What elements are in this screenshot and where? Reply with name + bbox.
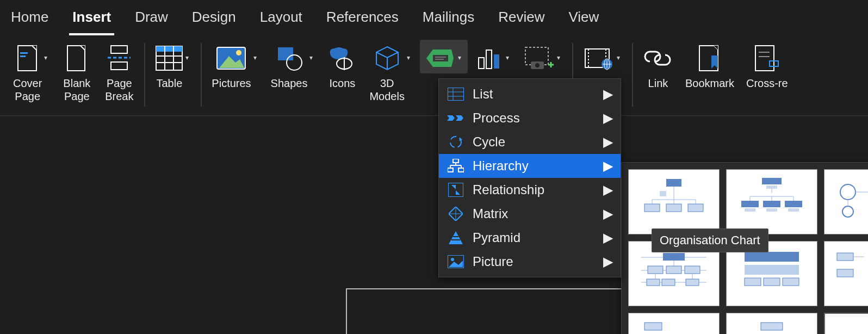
pictures-button[interactable]: Pictures ▾: [207, 40, 263, 90]
svg-rect-67: [458, 168, 464, 172]
submenu-arrow-icon: ▶: [603, 230, 613, 245]
submenu-arrow-icon: ▶: [603, 158, 613, 174]
chevron-down-icon: ▾: [405, 43, 412, 61]
list-icon: [447, 86, 465, 102]
pictures-icon: [216, 43, 246, 73]
smartart-list-item[interactable]: List ▶: [439, 82, 621, 106]
smartart-process-item[interactable]: Process ▶: [439, 106, 621, 130]
svg-point-18: [236, 50, 241, 55]
tab-view[interactable]: View: [565, 4, 602, 35]
blank-page-label: Blank Page: [63, 77, 90, 103]
svg-rect-20: [278, 47, 293, 60]
cube-icon: [373, 43, 401, 73]
svg-rect-103: [788, 208, 799, 212]
smartart-button[interactable]: ▾: [420, 40, 468, 73]
svg-rect-0: [18, 46, 36, 71]
svg-rect-3: [20, 52, 28, 54]
shapes-icon: [275, 43, 304, 73]
submenu-arrow-icon: ▶: [603, 182, 613, 197]
tab-layout[interactable]: Layout: [257, 4, 306, 35]
tab-home[interactable]: Home: [8, 4, 52, 35]
pyramid-icon: [447, 230, 465, 245]
smartart-picture-item[interactable]: Picture ▶: [439, 250, 621, 274]
icons-button[interactable]: Icons: [323, 40, 362, 90]
gallery-org-chart[interactable]: [628, 169, 720, 234]
submenu-arrow-icon: ▶: [603, 86, 613, 102]
table-icon: [155, 43, 183, 73]
svg-marker-69: [451, 185, 456, 189]
group-links: Link Bookmark Cross-re: [634, 40, 797, 90]
svg-rect-128: [837, 269, 853, 277]
svg-rect-121: [745, 252, 799, 262]
tab-review[interactable]: Review: [495, 4, 548, 35]
chevron-down-icon: ▾: [307, 43, 315, 61]
svg-rect-100: [785, 201, 802, 207]
svg-rect-91: [762, 178, 782, 184]
svg-point-105: [842, 206, 853, 217]
tab-design[interactable]: Design: [189, 4, 239, 35]
3d-models-label: 3D Models: [369, 77, 404, 103]
screenshot-button[interactable]: ▾: [519, 40, 567, 73]
bookmark-label: Bookmark: [685, 77, 734, 90]
dd-label: Pyramid: [473, 230, 520, 245]
bookmark-button[interactable]: Bookmark: [681, 40, 739, 90]
gallery-item-9[interactable]: [824, 313, 868, 334]
chevron-down-icon: ▾: [555, 43, 562, 61]
separator: [144, 43, 145, 107]
cover-page-button[interactable]: Cover Page ▾: [9, 40, 54, 103]
separator: [632, 43, 633, 107]
gallery-item-6[interactable]: [824, 241, 868, 306]
3d-models-button[interactable]: 3D Models ▾: [365, 40, 416, 103]
svg-rect-101: [745, 208, 755, 212]
svg-marker-58: [456, 115, 463, 121]
smartart-hierarchy-item[interactable]: Hierarchy ▶: [439, 154, 621, 178]
svg-rect-92: [766, 185, 777, 189]
svg-rect-82: [660, 191, 666, 196]
gallery-item-7[interactable]: [628, 313, 720, 334]
svg-rect-89: [666, 204, 681, 212]
smartart-pyramid-item[interactable]: Pyramid ▶: [439, 226, 621, 250]
tab-mailings[interactable]: Mailings: [419, 4, 478, 35]
tab-draw[interactable]: Draw: [132, 4, 171, 35]
link-label: Link: [648, 77, 668, 90]
shapes-button[interactable]: Shapes ▾: [266, 40, 320, 90]
smartart-dropdown: List ▶ Process ▶ Cycle ▶ Hierarchy ▶ Rel…: [438, 78, 621, 277]
smartart-relationship-item[interactable]: Relationship ▶: [439, 178, 621, 202]
svg-rect-4: [20, 55, 26, 57]
page-break-button[interactable]: Page Break: [100, 40, 139, 103]
cross-reference-button[interactable]: Cross-re: [742, 40, 792, 90]
svg-marker-57: [447, 115, 455, 121]
gallery-item-8[interactable]: [726, 313, 817, 334]
chart-button[interactable]: ▾: [471, 40, 516, 73]
smartart-matrix-item[interactable]: Matrix ▶: [439, 202, 621, 226]
smartart-cycle-item[interactable]: Cycle ▶: [439, 130, 621, 154]
table-label: Table: [156, 77, 182, 90]
smartart-icon: [424, 43, 456, 73]
svg-marker-74: [449, 231, 463, 244]
matrix-icon: [447, 206, 465, 221]
tab-insert[interactable]: Insert: [69, 4, 114, 35]
pictures-label: Pictures: [212, 77, 251, 90]
tab-references[interactable]: References: [323, 4, 402, 35]
chevron-down-icon: ▾: [42, 43, 49, 61]
link-button[interactable]: Link: [638, 40, 678, 90]
cycle-icon: [447, 134, 465, 150]
process-icon: [447, 110, 465, 126]
svg-rect-129: [644, 323, 662, 330]
svg-rect-99: [763, 201, 780, 207]
svg-rect-120: [686, 279, 699, 286]
svg-rect-8: [111, 46, 127, 53]
gallery-item-3[interactable]: [824, 169, 868, 234]
gallery-item-2[interactable]: [726, 169, 817, 234]
separator: [201, 43, 202, 107]
blank-page-button[interactable]: Blank Page: [57, 40, 96, 103]
document-page-edge: [346, 288, 650, 334]
dd-label: Relationship: [473, 182, 544, 197]
hierarchy-icon: [447, 158, 465, 174]
table-button[interactable]: Table ▾: [151, 40, 195, 90]
svg-point-35: [535, 63, 540, 67]
screenshot-icon: [523, 43, 555, 73]
shapes-label: Shapes: [271, 77, 308, 90]
tab-bar: Home Insert Draw Design Layout Reference…: [0, 0, 868, 35]
group-pages: Cover Page ▾ Blank Page Page Break: [4, 40, 143, 103]
